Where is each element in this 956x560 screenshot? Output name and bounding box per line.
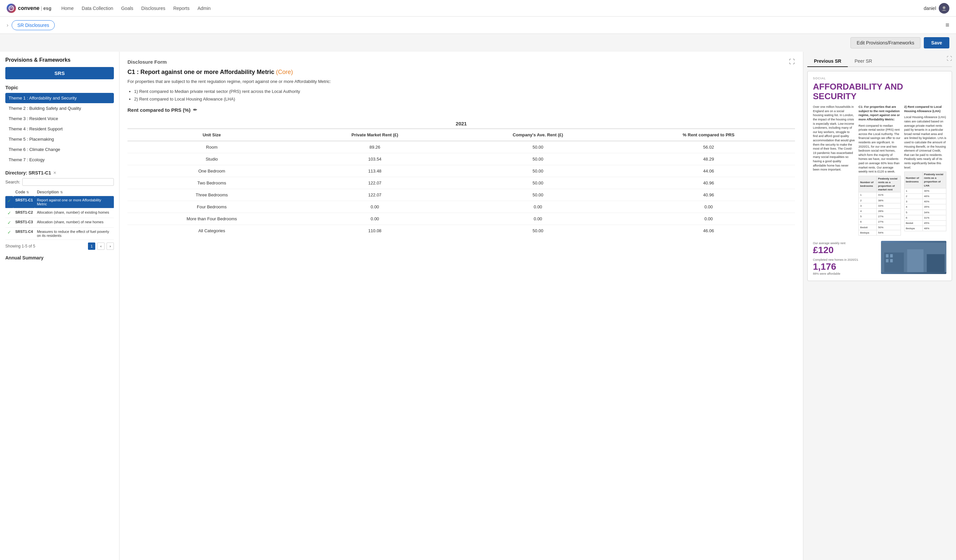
edit-provisions-button[interactable]: Edit Provisions/Frameworks <box>851 37 921 49</box>
sr-left-col: Our average weekly rent £120 Completed n… <box>813 238 878 275</box>
disclosure-desc: For properties that are subject to the r… <box>127 78 795 85</box>
col-desc: Description ⇅ <box>35 188 114 196</box>
tabs-row: Previous SR Peer SR ⛶ <box>807 56 952 67</box>
nav-admin[interactable]: Admin <box>198 4 211 12</box>
disc-list-item: 1) Rent compared to Median private renta… <box>134 88 795 95</box>
table-row: More than Four Bedrooms 0.00 0.00 0.00 <box>127 213 795 224</box>
svg-rect-5 <box>927 254 945 272</box>
right-panel: Previous SR Peer SR ⛶ SOCIAL AFFORDABILI… <box>803 52 956 560</box>
col-percent-header: % Rent compared to PRS <box>622 129 795 141</box>
company-cell: 50.00 <box>454 189 623 201</box>
heading-text: C1 : Report against one or more Affordab… <box>127 69 274 75</box>
sr-completed-section: Completed new homes in 2020/21 1,176 88%… <box>813 258 878 275</box>
nav-disclosures[interactable]: Disclosures <box>142 4 165 12</box>
desc-sort-icon[interactable]: ⇅ <box>60 190 63 194</box>
theme-item[interactable]: Theme 6 : Climate Change <box>5 144 114 155</box>
sr-building-image <box>881 241 947 274</box>
svg-rect-6 <box>886 254 888 257</box>
private-cell: 0.00 <box>296 201 454 213</box>
svg-rect-9 <box>890 259 893 262</box>
data-table: 2021 Unit Size Private Market Rent (£) C… <box>127 118 795 237</box>
percent-cell: 44.06 <box>622 165 795 177</box>
row-check: ✓ <box>5 209 13 218</box>
sr-col2-heading: C1: For properties that are subject to t… <box>859 105 901 121</box>
unit-cell: Four Bedrooms <box>127 201 296 213</box>
percent-cell: 40.96 <box>622 177 795 189</box>
sr-col-2: C1: For properties that are subject to t… <box>859 105 901 235</box>
directory-table: Code ⇅ Description ⇅ ✓ SRST1-C1 Report a… <box>5 188 114 240</box>
row-code: SRST1-C1 <box>13 196 35 209</box>
theme-item[interactable]: Theme 1 : Affordability and Security <box>5 93 114 103</box>
col-code: Code ⇅ <box>13 188 35 196</box>
sr-disclosure-button[interactable]: SR Disclosures <box>12 20 55 30</box>
theme-item[interactable]: Theme 3 : Resident Voice <box>5 113 114 124</box>
page-1-button[interactable]: 1 <box>88 243 95 250</box>
unit-cell: One Bedroom <box>127 165 296 177</box>
private-cell: 122.07 <box>296 177 454 189</box>
sr-col-1: Over one million households in England a… <box>813 105 855 235</box>
themes-list: Theme 1 : Affordability and SecurityThem… <box>5 93 114 165</box>
nav-goals[interactable]: Goals <box>121 4 134 12</box>
pencil-icon[interactable]: ✏ <box>193 107 197 113</box>
theme-item[interactable]: Theme 2 : Building Safety and Quality <box>5 103 114 113</box>
unit-cell: Three Bedrooms <box>127 189 296 201</box>
nav-reports[interactable]: Reports <box>173 4 190 12</box>
tab-peer-sr[interactable]: Peer SR <box>848 56 879 67</box>
directory-row[interactable]: ✓ SRST1-C1 Report against one or more Af… <box>5 196 114 209</box>
directory-close[interactable]: ✕ <box>53 171 57 175</box>
percent-cell: 48.29 <box>622 153 795 165</box>
directory-row[interactable]: ✓ SRST1-C4 Measures to reduce the effect… <box>5 227 114 240</box>
logo-separator: | <box>41 6 42 11</box>
next-page-button[interactable]: › <box>107 243 114 250</box>
topic-title: Topic <box>5 85 114 90</box>
row-check: ✓ <box>5 227 13 240</box>
theme-item[interactable]: Theme 5 : Placemaking <box>5 134 114 144</box>
avatar[interactable] <box>939 3 949 14</box>
nav-home[interactable]: Home <box>61 4 74 12</box>
left-panel: Provisions & Frameworks SRS Topic Theme … <box>0 52 120 560</box>
expand-center-icon[interactable]: ⛶ <box>789 58 795 65</box>
table-row: Room 89.26 50.00 56.02 <box>127 141 795 153</box>
form-header: Disclosure Form ⛶ <box>127 58 795 65</box>
expand-right-icon[interactable]: ⛶ <box>947 56 952 66</box>
directory-row[interactable]: ✓ SRST1-C2 Allocation (share, number) of… <box>5 209 114 218</box>
col-check <box>5 188 13 196</box>
row-check: ✓ <box>5 196 13 209</box>
private-cell: 0.00 <box>296 213 454 224</box>
table-row: Three Bedrooms 122.07 50.00 40.96 <box>127 189 795 201</box>
sr-homes-number: 1,176 <box>813 262 878 272</box>
data-rows: Room 89.26 50.00 56.02 Studio 103.54 50.… <box>127 141 795 237</box>
page-count: Showing 1-5 of 5 <box>5 244 86 248</box>
check-icon: ✓ <box>7 220 11 225</box>
breadcrumb-arrow[interactable]: › <box>7 22 8 28</box>
sr-table-2: Number of bedroomsPeabody social rents a… <box>904 171 947 231</box>
logo-brand: convene <box>18 5 39 11</box>
top-navigation: convene | esg Home Data Collection Goals… <box>0 0 956 17</box>
code-sort-icon[interactable]: ⇅ <box>26 190 29 194</box>
company-cell: 50.00 <box>454 165 623 177</box>
directory-row[interactable]: ✓ SRST1-C3 Allocation (share, number) of… <box>5 218 114 227</box>
nav-data-collection[interactable]: Data Collection <box>82 4 113 12</box>
theme-item[interactable]: Theme 4 : Resident Support <box>5 124 114 134</box>
framework-srs-button[interactable]: SRS <box>5 67 114 79</box>
tab-previous-sr[interactable]: Previous SR <box>807 56 848 67</box>
username: daniel <box>924 6 936 11</box>
sr-bottom-section: Our average weekly rent £120 Completed n… <box>813 238 947 275</box>
table-row: One Bedroom 113.48 50.00 44.06 <box>127 165 795 177</box>
col-private-header: Private Market Rent (£) <box>296 129 454 141</box>
percent-cell: 40.96 <box>622 189 795 201</box>
menu-icon[interactable]: ≡ <box>945 21 949 29</box>
theme-item[interactable]: Theme 7 : Ecology <box>5 155 114 165</box>
sr-rent-amount: £120 <box>813 245 878 256</box>
sr-table-1: Number of bedroomsPeabody social rents a… <box>859 176 901 235</box>
save-button[interactable]: Save <box>924 37 949 49</box>
disclosure-heading: C1 : Report against one or more Affordab… <box>127 69 795 76</box>
prev-page-button[interactable]: ‹ <box>97 243 105 250</box>
company-cell: 50.00 <box>454 224 623 237</box>
check-icon: ✓ <box>7 198 11 203</box>
company-cell: 0.00 <box>454 213 623 224</box>
search-input[interactable] <box>22 178 114 186</box>
logo-sub: esg <box>44 6 52 11</box>
logo: convene | esg <box>7 4 52 13</box>
sr-main-title: AFFORDABILITY AND SECURITY <box>813 82 947 101</box>
